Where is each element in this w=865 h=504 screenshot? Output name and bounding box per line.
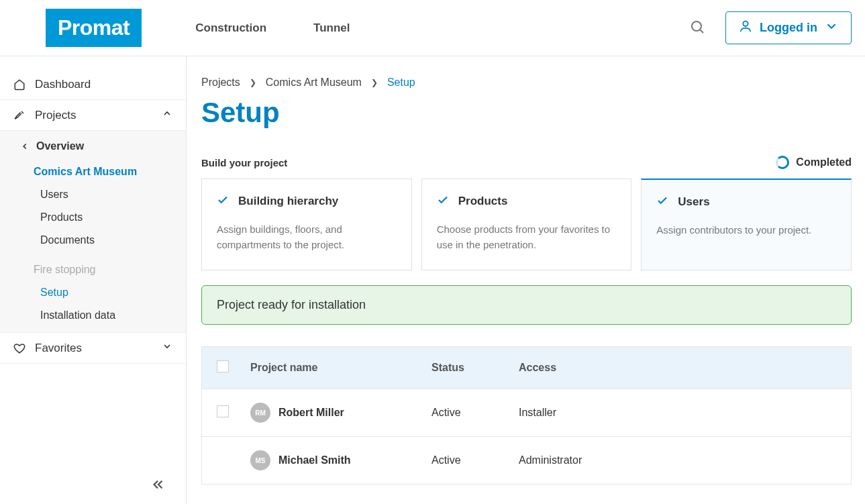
- top-nav: Construction Tunnel: [195, 21, 350, 35]
- sidebar-dashboard-label: Dashboard: [35, 78, 91, 91]
- logged-in-label: Logged in: [760, 21, 817, 35]
- check-icon: [656, 195, 668, 209]
- sidebar-item-products[interactable]: Products: [0, 206, 186, 229]
- user-status: Active: [431, 407, 519, 419]
- select-all-checkbox[interactable]: [217, 360, 229, 372]
- card-title: Products: [458, 195, 508, 208]
- table-row[interactable]: MS Michael Smith Active Administrator: [202, 437, 851, 484]
- progress-icon: [776, 156, 789, 169]
- heart-icon: [13, 342, 27, 354]
- completed-label: Completed: [796, 156, 852, 168]
- table-row[interactable]: RM Robert Miller Active Installer: [202, 389, 851, 437]
- collapse-sidebar-button[interactable]: [151, 477, 166, 495]
- chevron-right-icon: ❯: [250, 78, 256, 87]
- chevron-right-icon: ❯: [371, 78, 378, 87]
- avatar: MS: [250, 450, 270, 470]
- breadcrumb-current: Setup: [387, 77, 415, 89]
- user-name: Michael Smith: [278, 454, 351, 466]
- table-header: Project name Status Access: [202, 347, 851, 389]
- setup-cards: Building hierarchy Assign buildings, flo…: [201, 179, 852, 270]
- sidebar-item-installation-data[interactable]: Installation data: [0, 304, 186, 332]
- sidebar-item-documents[interactable]: Documents: [0, 229, 186, 258]
- tools-icon: [13, 109, 27, 121]
- sidebar-overview-label: Overview: [36, 140, 84, 152]
- avatar: RM: [250, 403, 270, 423]
- logo: Promat: [46, 9, 142, 47]
- user-icon: [738, 19, 753, 37]
- nav-construction[interactable]: Construction: [195, 21, 266, 35]
- card-users[interactable]: Users Assign contributors to your projec…: [641, 179, 852, 270]
- ready-banner: Project ready for installation: [201, 285, 852, 325]
- main-content: Projects ❯ Comics Art Museum ❯ Setup Set…: [187, 56, 865, 504]
- col-header-access: Access: [519, 362, 836, 374]
- breadcrumb: Projects ❯ Comics Art Museum ❯ Setup: [201, 77, 852, 89]
- sidebar-project-name[interactable]: Comics Art Museum: [0, 160, 186, 183]
- user-name: Robert Miller: [278, 407, 344, 419]
- sidebar-projects-label: Projects: [35, 109, 76, 122]
- chevron-down-icon: [162, 341, 172, 355]
- nav-tunnel[interactable]: Tunnel: [313, 21, 350, 35]
- chevron-down-icon: [824, 19, 839, 37]
- user-status: Active: [431, 454, 519, 466]
- section-label: Build your project: [201, 157, 287, 168]
- breadcrumb-project-name[interactable]: Comics Art Museum: [266, 77, 362, 89]
- card-description: Choose products from your favorites to u…: [437, 222, 617, 252]
- sidebar-fire-stopping: Fire stopping: [0, 258, 186, 281]
- sidebar: Dashboard Projects Overview C: [0, 56, 187, 504]
- sidebar-item-dashboard[interactable]: Dashboard: [0, 70, 186, 100]
- svg-point-0: [692, 21, 701, 31]
- col-header-status: Status: [431, 362, 519, 374]
- user-access: Installer: [519, 407, 836, 419]
- sidebar-item-favorites[interactable]: Favorites: [0, 333, 186, 364]
- home-icon: [13, 79, 27, 91]
- users-table: Project name Status Access RM Robert Mil…: [201, 346, 852, 485]
- logged-in-button[interactable]: Logged in: [725, 11, 852, 44]
- sidebar-favorites-label: Favorites: [35, 342, 82, 355]
- user-access: Administrator: [519, 454, 836, 466]
- sidebar-item-users[interactable]: Users: [0, 183, 186, 206]
- breadcrumb-projects[interactable]: Projects: [201, 77, 240, 89]
- chevron-up-icon: [162, 108, 172, 122]
- sidebar-item-setup[interactable]: Setup: [0, 281, 186, 304]
- card-description: Assign buildings, floors, and compartmen…: [217, 222, 397, 252]
- svg-point-2: [743, 21, 748, 26]
- svg-line-1: [701, 30, 704, 33]
- sidebar-item-projects[interactable]: Projects: [0, 100, 186, 131]
- card-description: Assign contributors to your project.: [656, 223, 836, 238]
- card-title: Users: [678, 195, 709, 209]
- chevron-left-icon: [20, 142, 30, 151]
- check-icon: [437, 194, 449, 209]
- card-title: Building hierarchy: [238, 195, 338, 208]
- card-building-hierarchy[interactable]: Building hierarchy Assign buildings, flo…: [201, 179, 412, 270]
- top-header: Promat Construction Tunnel Logged in: [0, 0, 865, 56]
- sidebar-overview[interactable]: Overview: [0, 131, 186, 160]
- row-checkbox[interactable]: [217, 405, 229, 417]
- check-icon: [217, 194, 229, 209]
- search-icon[interactable]: [689, 19, 705, 38]
- page-title: Setup: [201, 97, 852, 129]
- sidebar-projects-group: Overview Comics Art Museum Users Product…: [0, 131, 186, 333]
- card-products[interactable]: Products Choose products from your favor…: [421, 179, 632, 270]
- col-header-name: Project name: [250, 362, 431, 374]
